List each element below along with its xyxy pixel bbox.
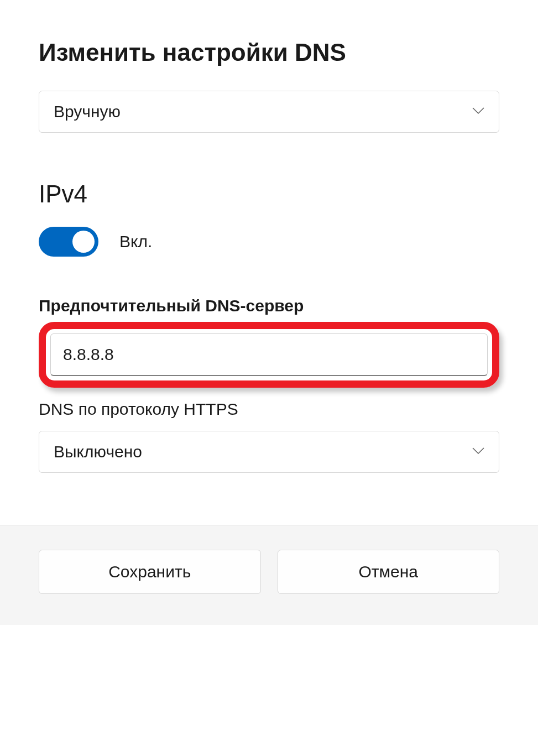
preferred-dns-input[interactable] (50, 333, 488, 376)
preferred-dns-label: Предпочтительный DNS-сервер (39, 296, 499, 315)
toggle-knob (72, 231, 95, 253)
doh-label: DNS по протоколу HTTPS (39, 400, 499, 419)
ipv4-toggle-label: Вкл. (119, 232, 152, 251)
doh-selected: Выключено (54, 442, 142, 461)
dns-mode-selected: Вручную (54, 102, 121, 121)
cancel-button[interactable]: Отмена (278, 550, 500, 594)
chevron-down-icon (472, 106, 484, 118)
ipv4-toggle[interactable] (39, 227, 98, 257)
chevron-down-icon (472, 446, 484, 458)
save-button[interactable]: Сохранить (39, 550, 261, 594)
footer: Сохранить Отмена (0, 525, 538, 625)
ipv4-heading: IPv4 (39, 180, 499, 208)
page-title: Изменить настройки DNS (39, 39, 499, 66)
dns-mode-dropdown[interactable]: Вручную (39, 91, 499, 133)
doh-dropdown[interactable]: Выключено (39, 431, 499, 473)
highlight-box (39, 322, 499, 388)
